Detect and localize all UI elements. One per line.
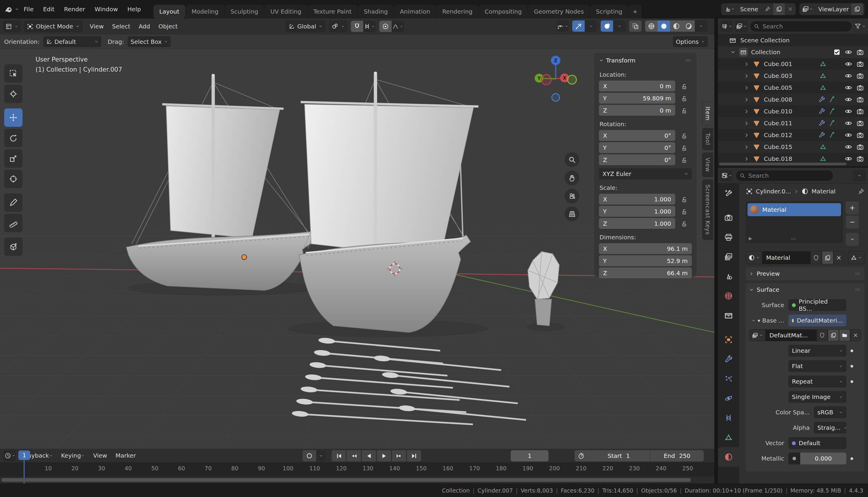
outliner-row-cube.003[interactable]: Cube.003 (718, 70, 868, 82)
shading-wireframe-button[interactable] (645, 20, 657, 32)
jump-to-end-button[interactable] (407, 450, 421, 462)
gizmos-dropdown[interactable] (585, 20, 597, 32)
outliner-row-cube.008[interactable]: Cube.008 (718, 94, 868, 105)
transform-tool[interactable] (4, 170, 23, 188)
alpha-dropdown[interactable]: Straig... (814, 422, 847, 434)
ruler-tick-170[interactable]: 170 (469, 465, 480, 471)
viewport-menu-view[interactable]: View (86, 18, 108, 34)
dimensions-y-field[interactable]: Y52.9 m (599, 255, 692, 266)
workspace-tab-uv-editing[interactable]: UV Editing (264, 5, 307, 18)
outliner-row-cube.001[interactable]: Cube.001 (718, 58, 868, 70)
scale-x-lock-icon[interactable] (681, 196, 688, 203)
image-name-field[interactable]: DefaultMat... (766, 329, 816, 341)
properties-tab-constraints[interactable] (718, 408, 739, 428)
pivot-dropdown[interactable] (329, 20, 347, 32)
drag-value-dropdown[interactable]: Select Box (128, 36, 171, 47)
properties-tab-tool[interactable] (718, 184, 739, 203)
ruler-tick-90[interactable]: 90 (258, 465, 265, 471)
scene-pin-icon[interactable] (762, 3, 773, 15)
ruler-tick-30[interactable]: 30 (98, 465, 105, 471)
dimensions-z-field[interactable]: Z66.4 m (599, 268, 692, 279)
properties-editor-type-dropdown[interactable] (720, 170, 733, 181)
list-grip-icon[interactable] (790, 236, 797, 242)
material-slot-selected[interactable]: Material (748, 203, 841, 216)
ruler-tick-100[interactable]: 100 (283, 465, 293, 471)
interpolation-dropdown[interactable]: Linear (789, 345, 847, 357)
properties-search-input[interactable]: Search (736, 170, 833, 181)
scale-z-field[interactable]: Z1.000 (599, 218, 675, 229)
timeline-menu-keying[interactable]: Keying (57, 448, 89, 464)
sidebar-tab-view[interactable]: View (702, 153, 713, 177)
main-menu-window[interactable]: Window (90, 0, 122, 18)
shading-solid-button[interactable] (657, 20, 670, 32)
outliner-filter-dropdown[interactable] (854, 23, 866, 30)
location-y-field[interactable]: Y59.809 m (599, 93, 675, 104)
camera-view-button[interactable] (565, 189, 579, 203)
workspace-tab-animation[interactable]: Animation (394, 5, 436, 18)
workspace-tab-texture-paint[interactable]: Texture Paint (308, 5, 358, 18)
viewlayer-browse-button[interactable] (799, 3, 815, 15)
source-dropdown[interactable]: Single Image (789, 391, 847, 403)
editor-type-button[interactable] (3, 20, 21, 32)
workspace-tab-compositing[interactable]: Compositing (479, 5, 528, 18)
cursor-tool[interactable] (4, 85, 23, 103)
frame-end-field[interactable]: End 250 (650, 450, 704, 462)
ruler-tick-230[interactable]: 230 (629, 465, 640, 471)
scene-new-button[interactable] (773, 3, 785, 15)
outliner-row-collection[interactable]: Collection (718, 46, 868, 58)
panel-grip-icon[interactable] (685, 57, 692, 64)
metallic-slider[interactable]: 0.000 (789, 453, 847, 465)
auto-keying-toggle[interactable] (303, 450, 316, 462)
measure-tool[interactable] (4, 214, 23, 232)
properties-tab-data[interactable] (718, 428, 739, 447)
properties-tab-particles[interactable] (718, 369, 739, 388)
proportional-edit-toggle[interactable] (379, 21, 392, 32)
ruler-tick-130[interactable]: 130 (363, 465, 373, 471)
jump-to-start-button[interactable] (332, 450, 346, 462)
ruler-tick-70[interactable]: 70 (205, 465, 212, 471)
timeline-scrollbar[interactable] (1, 478, 691, 482)
location-x-lock-icon[interactable] (681, 83, 688, 90)
app-menu-caret-icon[interactable] (15, 7, 19, 11)
location-z-field[interactable]: Z0 m (599, 105, 675, 116)
ruler-tick-110[interactable]: 110 (309, 465, 320, 471)
rotation-y-field[interactable]: Y0° (599, 142, 675, 153)
keying-set-dropdown[interactable] (316, 450, 326, 462)
viewport-menu-select[interactable]: Select (108, 18, 134, 34)
rotation-mode-dropdown[interactable]: XYZ Euler (599, 168, 692, 180)
sidebar-tab-screencast-keys[interactable]: Screencast Keys (702, 180, 713, 240)
ruler-tick-220[interactable]: 220 (603, 465, 613, 471)
rotation-x-field[interactable]: X0° (599, 130, 675, 141)
shading-dropdown[interactable] (695, 20, 707, 32)
viewlayer-delete-button[interactable] (863, 3, 865, 15)
ruler-tick-150[interactable]: 150 (416, 465, 426, 471)
current-frame-field[interactable]: 1 (511, 450, 549, 462)
image-open-button[interactable] (839, 329, 850, 341)
properties-tab-collection[interactable] (718, 306, 739, 325)
ruler-tick-250[interactable]: 250 (682, 465, 693, 471)
preview-panel[interactable]: Preview (746, 267, 865, 280)
ruler-tick-20[interactable]: 20 (71, 465, 78, 471)
editor-divider[interactable] (714, 18, 718, 484)
location-z-lock-icon[interactable] (681, 107, 688, 114)
ruler-tick-140[interactable]: 140 (389, 465, 400, 471)
panel-grip-icon[interactable] (854, 286, 861, 293)
new-material-button[interactable] (822, 251, 833, 264)
outliner-row-cube.015[interactable]: Cube.015 (718, 141, 868, 153)
rotation-x-lock-icon[interactable] (681, 132, 688, 139)
timeline-ruler[interactable]: 1020304050607080901001101201301401501601… (0, 463, 714, 476)
location-x-field[interactable]: X0 m (599, 81, 675, 91)
properties-tab-world[interactable] (718, 286, 739, 306)
workspace-tab-sculpting[interactable]: Sculpting (225, 5, 264, 18)
image-fake-user-button[interactable] (816, 329, 828, 341)
properties-tab-modifiers[interactable] (718, 350, 739, 369)
rotation-z-lock-icon[interactable] (681, 156, 688, 164)
material-browse-button[interactable] (746, 251, 762, 264)
main-menu-edit[interactable]: Edit (38, 0, 59, 18)
scale-tool[interactable] (4, 149, 23, 168)
ruler-tick-80[interactable]: 80 (231, 465, 238, 471)
outliner-row-scene-collection[interactable]: Scene Collection (718, 34, 868, 46)
color-space-dropdown[interactable]: sRGB (814, 406, 847, 418)
scale-y-field[interactable]: Y1.000 (599, 206, 675, 217)
prev-keyframe-button[interactable] (347, 450, 361, 462)
